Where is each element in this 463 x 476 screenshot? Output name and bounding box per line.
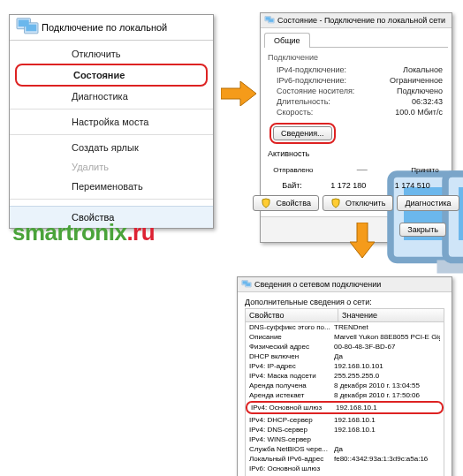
shield-icon	[330, 198, 341, 208]
menu-item-status[interactable]: Состояние	[17, 65, 206, 85]
details-titlebar: Сведения о сетевом подключении	[238, 277, 452, 292]
bytes-label: Байт:	[282, 181, 302, 190]
arrow-down-icon	[350, 223, 375, 258]
details-table: Свойство Значение DNS-суффикс этого по..…	[245, 308, 444, 476]
bytes-recv: 1 174 510	[395, 181, 430, 190]
table-row[interactable]: Аренда получена8 декабря 2010 г. 13:04:5…	[246, 381, 444, 390]
logo-text: smartronix.ru	[12, 219, 155, 246]
network-icon	[241, 279, 252, 290]
adapter-context-menu: Подключение по локальной ОтключитьСостоя…	[9, 14, 214, 229]
recv-label: Принято	[411, 166, 438, 174]
highlight-status: Состояние	[15, 64, 208, 87]
table-row[interactable]: IPv4: DNS-сервер192.168.10.1	[246, 425, 444, 434]
computer-icon	[324, 161, 345, 178]
table-row[interactable]: IPv4: Основной шлюз192.168.10.1	[247, 403, 442, 412]
shield-icon	[261, 198, 271, 208]
status-row: Скорость:100.0 Мбит/с	[268, 107, 444, 117]
props-button[interactable]: Свойства	[253, 195, 319, 211]
status-title: Состояние - Подключение по локальной сет…	[277, 16, 445, 25]
details-dialog: Сведения о сетевом подключении Дополните…	[237, 276, 452, 476]
network-icon	[264, 15, 275, 26]
menu-item[interactable]: Диагностика	[10, 87, 213, 106]
table-row[interactable]: Аренда истекает8 декабря 2010 г. 17:50:0…	[246, 390, 444, 400]
status-row: IPv4-подключение:Локальное	[268, 64, 444, 75]
details-label: Дополнительные сведения о сети:	[245, 298, 444, 306]
highlight-details: Сведения...	[269, 123, 336, 144]
network-icon	[15, 17, 40, 38]
connection-heading: Подключение	[268, 53, 444, 62]
table-row[interactable]: DHCP включенДа	[246, 351, 444, 361]
menu-item[interactable]: Создать ярлык	[10, 138, 213, 157]
menu-item[interactable]: Настройка моста	[10, 112, 213, 132]
col-property: Свойство	[246, 309, 338, 321]
highlight-gateway: IPv4: Основной шлюз192.168.10.1	[246, 401, 444, 414]
details-button[interactable]: Сведения...	[273, 126, 332, 140]
connection-group: Подключение IPv4-подключение:ЛокальноеIP…	[268, 53, 444, 144]
col-value: Значение	[338, 309, 381, 321]
table-row[interactable]: IPv4: DHCP-сервер192.168.10.1	[246, 415, 444, 425]
bytes-sent: 1 172 180	[330, 181, 366, 190]
arrow-right-icon	[221, 81, 256, 106]
adapter-title: Подключение по локальной	[42, 22, 167, 33]
table-header: Свойство Значение	[246, 309, 444, 322]
status-row: Длительность:06:32:43	[268, 96, 444, 107]
activity-heading: Активность	[268, 149, 444, 158]
table-row[interactable]: DNS-суффикс этого по...TRENDnet	[246, 322, 444, 332]
table-row[interactable]: Служба NetBIOS чере...Да	[246, 444, 444, 454]
table-row[interactable]: Локальный IPv6-адресfe80::4342:93a:1:3d9…	[246, 454, 444, 464]
table-row[interactable]: ОписаниеMarvell Yukon 88E8055 PCI-E Giga…	[246, 332, 444, 342]
sent-label: Отправлено	[273, 166, 313, 174]
close-button[interactable]: Закрыть	[399, 223, 446, 237]
disable-button[interactable]: Отключить	[323, 195, 394, 211]
dash-icon: —	[357, 163, 368, 176]
computer-icon	[379, 161, 400, 178]
table-row[interactable]: IPv6: Основной шлюз	[246, 464, 444, 473]
status-row: Состояние носителя:Подключено	[268, 86, 444, 96]
table-row[interactable]: IPv4: Маска подсети255.255.255.0	[246, 371, 444, 381]
details-title: Сведения о сетевом подключении	[254, 280, 381, 289]
table-row[interactable]: IPv4: WINS-сервер	[246, 434, 444, 444]
table-row[interactable]: Физический адрес00-80-48-3F-BD-67	[246, 342, 444, 351]
tab-general[interactable]: Общие	[264, 33, 310, 48]
diag-button[interactable]: Диагностика	[397, 195, 459, 211]
menu-item: Удалить	[10, 157, 213, 177]
menu-item[interactable]: Переименовать	[10, 177, 213, 196]
menu-item[interactable]: Отключить	[10, 44, 213, 64]
table-row[interactable]: IPv4: IP-адрес192.168.10.101	[246, 361, 444, 371]
status-dialog: Состояние - Подключение по локальной сет…	[260, 12, 452, 243]
status-titlebar: Состояние - Подключение по локальной сет…	[261, 13, 452, 28]
activity-group: Активность Отправлено — Принято Байт: 1 …	[268, 149, 444, 190]
status-row: IPv6-подключение:Ограниченное	[268, 75, 444, 86]
adapter-header: Подключение по локальной	[10, 15, 213, 41]
